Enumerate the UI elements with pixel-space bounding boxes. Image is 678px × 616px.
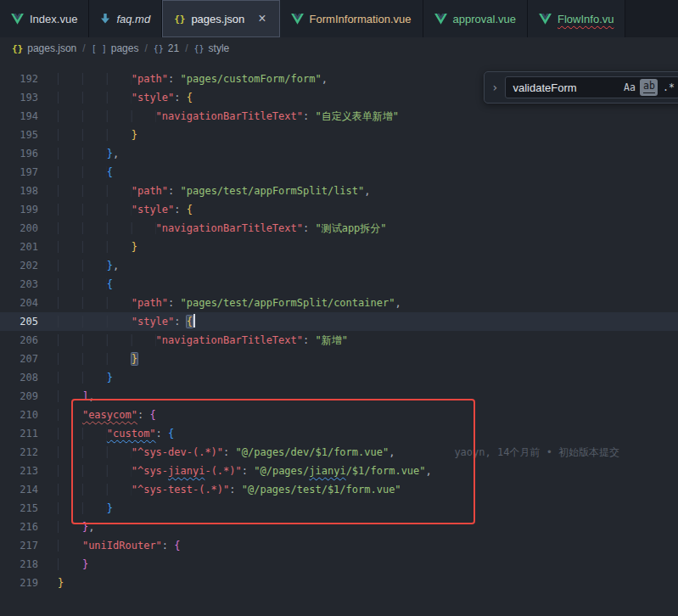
tab-pages-json[interactable]: {}pages.json× — [162, 0, 279, 37]
regex-toggle[interactable]: .* — [659, 79, 677, 96]
markdown-icon — [100, 14, 110, 25]
line-number: 196 — [0, 144, 38, 163]
code-text: } — [38, 350, 678, 368]
line-number: 209 — [0, 387, 38, 406]
code-line-212[interactable]: 212 "^sys-dev-(.*)": "@/pages/dev/$1/for… — [0, 443, 678, 462]
find-input-wrap: Aaab.* — [505, 76, 678, 98]
breadcrumb-label: 21 — [168, 42, 179, 54]
json-icon: {} — [174, 14, 185, 25]
code-text: "path": "pages/test/appFormSplit/list", — [38, 182, 678, 200]
line-number: 204 — [0, 294, 38, 312]
code-line-215[interactable]: 215 } — [0, 499, 678, 518]
symbol-object-icon: {} — [194, 44, 205, 53]
code-line-208[interactable]: 208 } — [0, 368, 678, 387]
vue-icon — [434, 14, 447, 25]
tab-label: FormInformation.vue — [310, 13, 412, 25]
code-line-200[interactable]: 200 "navigationBarTitleText": "测试app拆分" — [0, 219, 678, 238]
code-line-213[interactable]: 213 "^sys-jianyi-(.*)": "@/pages/jianyi/… — [0, 462, 678, 480]
find-widget: › Aaab.* — [484, 71, 678, 104]
line-number: 217 — [0, 536, 38, 555]
tab-forminformation-vue[interactable]: FormInformation.vue — [280, 0, 423, 37]
code-text: "^sys-dev-(.*)": "@/pages/dev/$1/form.vu… — [38, 443, 678, 462]
line-number: 211 — [0, 424, 38, 443]
code-text: "uniIdRouter": { — [38, 536, 678, 555]
code-line-203[interactable]: 203 { — [0, 275, 678, 294]
tab-flowinfo-vu[interactable]: FlowInfo.vu — [528, 0, 625, 37]
code-line-199[interactable]: 199 "style": { — [0, 200, 678, 219]
code-text: } — [38, 368, 678, 387]
breadcrumb-separator: / — [144, 42, 147, 54]
code-text: "navigationBarTitleText": "测试app拆分" — [38, 219, 678, 238]
code-line-216[interactable]: 216 }, — [0, 518, 678, 536]
line-number: 192 — [0, 70, 38, 88]
code-text: } — [38, 555, 678, 574]
tab-approval-vue[interactable]: approval.vue — [423, 0, 528, 37]
code-line-202[interactable]: 202 }, — [0, 256, 678, 275]
code-line-210[interactable]: 210 "easycom": { — [0, 406, 678, 424]
code-text: "^sys-jianyi-(.*)": "@/pages/jianyi/$1/f… — [38, 462, 678, 480]
code-text: "style": { — [38, 312, 678, 331]
line-number: 210 — [0, 406, 38, 424]
code-line-205[interactable]: 205 "style": { — [0, 312, 678, 331]
breadcrumb: {}pages.json/[ ]pages/{}21/{}style — [0, 37, 678, 59]
code-text: } — [38, 574, 678, 592]
code-line-209[interactable]: 209 ], — [0, 387, 678, 406]
line-number: 195 — [0, 126, 38, 144]
chevron-expand-icon[interactable]: › — [491, 78, 498, 97]
code-line-214[interactable]: 214 "^sys-test-(.*)": "@/pages/test/$1/f… — [0, 480, 678, 499]
vue-icon — [11, 14, 24, 25]
code-text: "style": { — [38, 200, 678, 219]
code-line-204[interactable]: 204 "path": "pages/test/appFormSplit/con… — [0, 294, 678, 312]
line-number: 199 — [0, 200, 38, 219]
breadcrumb-item-21[interactable]: {}21 — [154, 42, 179, 54]
code-line-196[interactable]: 196 }, — [0, 144, 678, 163]
code-line-207[interactable]: 207 } — [0, 350, 678, 368]
code-area: 192 "path": "pages/customForm/form",193 … — [0, 70, 678, 592]
symbol-array-icon: [ ] — [92, 44, 107, 53]
line-number: 201 — [0, 238, 38, 256]
line-number: 208 — [0, 368, 38, 387]
code-text: }, — [38, 144, 678, 163]
code-text: "path": "pages/test/appFormSplit/contain… — [38, 294, 678, 312]
line-number: 216 — [0, 518, 38, 536]
code-text: { — [38, 163, 678, 182]
editor: 192 "path": "pages/customForm/form",193 … — [0, 59, 678, 616]
editor-window: Index.vuefaq.md{}pages.json×FormInformat… — [0, 0, 678, 616]
match-case-toggle[interactable]: Aa — [620, 79, 638, 96]
tab-faq-md[interactable]: faq.md — [89, 0, 162, 37]
tab-label: FlowInfo.vu — [558, 13, 614, 25]
breadcrumb-item-pages.json[interactable]: {}pages.json — [12, 42, 76, 54]
line-number: 200 — [0, 219, 38, 238]
tab-label: approval.vue — [453, 13, 516, 25]
symbol-object-icon: {} — [154, 44, 164, 53]
line-number: 194 — [0, 107, 38, 126]
tab-index-vue[interactable]: Index.vue — [0, 0, 89, 37]
code-line-201[interactable]: 201 } — [0, 238, 678, 256]
line-number: 213 — [0, 462, 38, 480]
code-line-217[interactable]: 217 "uniIdRouter": { — [0, 536, 678, 555]
line-number: 198 — [0, 182, 38, 200]
breadcrumb-separator: / — [82, 42, 85, 54]
code-line-206[interactable]: 206 "navigationBarTitleText": "新增" — [0, 331, 678, 350]
whole-word-toggle[interactable]: ab — [640, 79, 658, 96]
code-line-197[interactable]: 197 { — [0, 163, 678, 182]
code-line-211[interactable]: 211 "custom": { — [0, 424, 678, 443]
code-text: }, — [38, 518, 678, 536]
line-number: 218 — [0, 555, 38, 574]
code-line-198[interactable]: 198 "path": "pages/test/appFormSplit/lis… — [0, 182, 678, 200]
breadcrumb-separator: / — [185, 42, 188, 54]
line-number: 207 — [0, 350, 38, 368]
code-line-219[interactable]: 219} — [0, 574, 678, 592]
breadcrumb-item-pages[interactable]: [ ]pages — [92, 42, 139, 54]
tab-label: faq.md — [116, 13, 150, 25]
code-line-194[interactable]: 194 "navigationBarTitleText": "自定义表单新增" — [0, 107, 678, 126]
close-icon[interactable]: × — [256, 12, 267, 25]
line-number: 203 — [0, 275, 38, 294]
line-number: 197 — [0, 163, 38, 182]
line-number: 202 — [0, 256, 38, 275]
code-line-195[interactable]: 195 } — [0, 126, 678, 144]
vue-icon — [539, 14, 552, 25]
text-cursor — [193, 314, 195, 328]
code-line-218[interactable]: 218 } — [0, 555, 678, 574]
breadcrumb-item-style[interactable]: {}style — [194, 42, 230, 54]
